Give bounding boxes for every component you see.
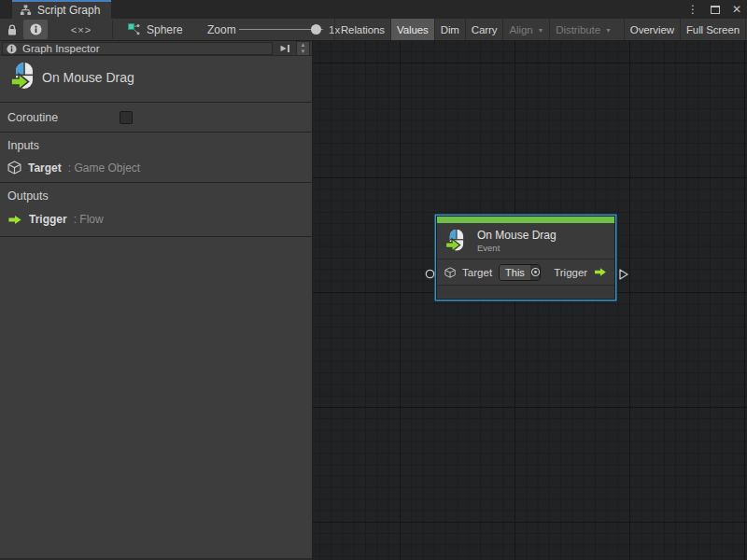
values-button[interactable]: Values: [390, 19, 434, 40]
lock-icon: [7, 23, 18, 36]
graph-owner-label: Sphere: [147, 23, 183, 36]
maximize-icon[interactable]: [711, 6, 720, 14]
selected-unit-header: On Mouse Drag: [0, 56, 312, 103]
mouse-drag-icon: [444, 229, 469, 254]
outputs-section: Outputs Trigger : Flow: [0, 184, 312, 237]
on-mouse-drag-node[interactable]: On Mouse Drag Event Target This: [436, 216, 615, 300]
dim-button[interactable]: Dim: [434, 19, 465, 40]
flow-arrow-icon: [7, 215, 22, 225]
input-name: Target: [28, 161, 62, 175]
unit-title: On Mouse Drag: [42, 70, 134, 85]
full-screen-button[interactable]: Full Screen: [680, 19, 746, 40]
trigger-port-label: Trigger: [554, 267, 587, 278]
chevron-up-icon[interactable]: ▲: [301, 42, 306, 49]
tab-script-graph[interactable]: Script Graph: [12, 0, 111, 19]
output-type: : Flow: [74, 213, 104, 226]
panel-spinner[interactable]: ▲ ▼: [296, 41, 310, 56]
chevron-down-icon: ▼: [538, 27, 544, 34]
node-subtitle: Event: [477, 243, 557, 253]
relations-button[interactable]: Relations: [334, 19, 390, 40]
coroutine-row: Coroutine: [0, 104, 312, 133]
close-icon[interactable]: ✕: [732, 0, 741, 19]
tab-label: Script Graph: [37, 4, 100, 17]
unity-script-graph-window: Script Graph ⋮ ✕ <×>: [0, 0, 747, 560]
toolbar-buttons: Relations Values Dim Carry Align▼ Distri…: [334, 19, 746, 40]
overview-button[interactable]: Overview: [624, 19, 680, 40]
info-icon: [30, 23, 42, 35]
input-row-target: Target : Game Object: [7, 161, 140, 175]
code-icon: <×>: [71, 24, 92, 35]
inputs-heading: Inputs: [7, 139, 39, 152]
target-port-label: Target: [462, 267, 492, 278]
outputs-heading: Outputs: [7, 189, 49, 203]
tab-bar: Script Graph ⋮ ✕: [0, 0, 747, 19]
node-footer: [437, 286, 614, 298]
zoom-slider-handle[interactable]: [311, 24, 321, 35]
chevron-down-icon[interactable]: ▼: [301, 49, 306, 55]
event-header-bar: [437, 217, 614, 223]
code-view-button[interactable]: <×>: [65, 19, 97, 40]
inspector-title-box: Graph Inspector: [2, 42, 273, 55]
graph-owner-selector[interactable]: Sphere: [128, 19, 183, 40]
menu-icon[interactable]: ⋮: [687, 0, 698, 19]
node-ports-row: Target This Trigger: [437, 259, 614, 286]
node-title: On Mouse Drag: [477, 229, 557, 242]
input-port-circle[interactable]: [425, 269, 435, 279]
graph-hierarchy-icon: [20, 5, 32, 16]
target-value: This: [500, 265, 530, 280]
window-controls: ⋮ ✕: [687, 0, 741, 19]
graph-canvas[interactable]: On Mouse Drag Event Target This: [313, 41, 747, 560]
dock-panel-button[interactable]: ▶: [276, 42, 293, 55]
carry-button[interactable]: Carry: [465, 19, 503, 40]
flow-arrow-icon: [594, 267, 607, 277]
zoom-slider[interactable]: [239, 19, 323, 40]
align-button[interactable]: Align▼: [502, 19, 549, 40]
output-name: Trigger: [29, 213, 67, 226]
mouse-drag-icon: [8, 62, 39, 92]
node-header[interactable]: On Mouse Drag Event: [437, 223, 614, 259]
object-picker-icon[interactable]: [530, 265, 541, 280]
dock-icon: ▶: [280, 42, 286, 55]
inspector-title: Graph Inspector: [22, 43, 99, 54]
output-row-trigger: Trigger : Flow: [7, 213, 104, 226]
graph-node-icon: [128, 23, 140, 35]
input-type: : Game Object: [68, 161, 140, 175]
zoom-label: Zoom: [207, 19, 236, 40]
distribute-button[interactable]: Distribute▼: [549, 19, 616, 40]
lock-button[interactable]: [2, 19, 22, 40]
coroutine-label: Coroutine: [7, 111, 58, 124]
target-value-chip[interactable]: This: [499, 264, 541, 281]
info-icon: [7, 44, 17, 54]
inputs-section: Inputs Target : Game Object: [0, 133, 312, 183]
toolbar-separator: [112, 21, 113, 38]
output-port-triangle[interactable]: [618, 268, 629, 281]
cube-icon: [7, 161, 21, 175]
chevron-down-icon: ▼: [605, 27, 612, 34]
inspector-header: Graph Inspector ▶ ▲ ▼: [0, 41, 312, 56]
graph-inspector-panel: Graph Inspector ▶ ▲ ▼ On Mouse Drag Coro…: [0, 41, 313, 560]
cube-icon: [444, 266, 456, 279]
graph-toolbar: <×> Sphere Zoom 1x Relations Values Dim …: [0, 19, 747, 41]
info-button[interactable]: [23, 20, 48, 39]
coroutine-checkbox[interactable]: [120, 111, 133, 124]
